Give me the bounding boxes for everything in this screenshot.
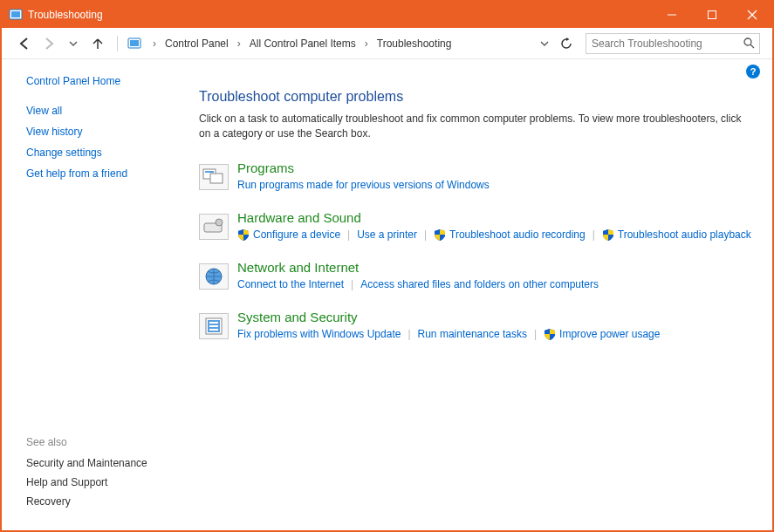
task-link-hardware-sound-2[interactable]: Troubleshoot audio recording [434,228,586,241]
sidebar-item-change-settings[interactable]: Change settings [26,147,176,159]
nav-forward-button[interactable] [38,33,59,54]
main-content: ? Troubleshoot computer problems Click o… [176,59,772,530]
svg-rect-7 [130,40,139,46]
chevron-right-icon[interactable]: › [363,36,370,51]
nav-recent-dropdown[interactable] [63,33,84,54]
svg-rect-20 [209,329,218,331]
control-panel-home-link[interactable]: Control Panel Home [26,75,176,87]
category-icon-programs [199,164,229,190]
chevron-right-icon[interactable]: › [151,36,158,51]
search-box[interactable] [586,33,760,54]
svg-rect-3 [709,11,716,19]
category-programs: Programs Run programs made for previous … [199,160,755,191]
task-link-label: Configure a device [253,228,340,241]
link-separator: | [534,328,537,340]
toolbar: › Control Panel › All Control Panel Item… [2,28,772,59]
toolbar-separator [117,36,118,51]
svg-rect-11 [210,174,223,183]
breadcrumb-troubleshooting[interactable]: Troubleshooting [373,36,455,51]
task-link-label: Improve power usage [559,328,660,340]
task-link-programs-0[interactable]: Run programs made for previous versions … [237,179,490,191]
control-panel-sysicon [9,8,23,22]
task-link-system-security-1[interactable]: Run maintenance tasks [418,328,527,340]
task-link-system-security-0[interactable]: Fix problems with Windows Update [237,328,401,340]
nav-up-button[interactable] [87,33,108,54]
task-link-hardware-sound-0[interactable]: Configure a device [237,228,340,241]
category-icon-hardware-sound [199,214,229,240]
see-also-recovery[interactable]: Recovery [26,495,176,508]
sidebar: Control Panel Home View all View history… [2,59,176,530]
link-separator: | [408,328,410,340]
category-title-network-internet[interactable]: Network and Internet [237,260,755,275]
window-title: Troubleshooting [28,9,103,21]
task-link-label: Troubleshoot audio playback [618,228,751,241]
refresh-button[interactable] [556,38,577,50]
see-also-security-maintenance[interactable]: Security and Maintenance [26,457,176,469]
category-system-security: System and Security Fix problems with Wi… [199,310,755,340]
task-link-system-security-2[interactable]: Improve power usage [544,328,660,340]
task-link-label: Run programs made for previous versions … [237,179,490,191]
page-intro: Click on a task to automatically trouble… [199,112,755,141]
help-icon[interactable]: ? [746,65,760,78]
sidebar-item-view-history[interactable]: View history [26,126,176,138]
search-input[interactable] [590,37,742,51]
task-link-label: Troubleshoot audio recording [449,228,586,241]
titlebar: Troubleshooting [2,2,772,28]
page-heading: Troubleshoot computer problems [199,89,755,105]
svg-line-9 [750,44,754,48]
task-link-hardware-sound-1[interactable]: Use a printer [357,228,417,241]
see-also-heading: See also [26,436,176,448]
search-icon[interactable] [742,38,756,49]
task-link-label: Use a printer [357,228,417,241]
breadcrumb-control-panel[interactable]: Control Panel [161,36,232,51]
close-button[interactable] [732,2,772,28]
minimize-button[interactable] [652,2,692,28]
address-icon[interactable] [127,36,144,51]
link-separator: | [424,228,427,241]
task-link-hardware-sound-3[interactable]: Troubleshoot audio playback [602,228,751,241]
sidebar-item-get-help[interactable]: Get help from a friend [26,167,176,180]
svg-point-14 [216,219,223,226]
task-link-network-internet-1[interactable]: Access shared files and folders on other… [360,278,599,290]
chevron-right-icon[interactable]: › [236,36,243,51]
link-separator: | [592,228,595,241]
address-dropdown-icon[interactable] [537,39,552,48]
task-link-label: Access shared files and folders on other… [360,278,599,290]
uac-shield-icon [434,228,446,241]
task-link-label: Connect to the Internet [237,278,344,290]
category-icon-system-security [199,313,229,339]
category-title-programs[interactable]: Programs [237,160,755,175]
see-also-help-support[interactable]: Help and Support [26,476,176,488]
task-link-network-internet-0[interactable]: Connect to the Internet [237,278,344,290]
task-link-label: Fix problems with Windows Update [237,328,401,340]
svg-rect-18 [209,322,218,324]
link-separator: | [351,278,353,290]
svg-rect-12 [205,171,214,173]
uac-shield-icon [237,228,250,241]
uac-shield-icon [602,228,614,241]
sidebar-item-view-all[interactable]: View all [26,105,176,117]
category-icon-network-internet [199,263,229,290]
svg-rect-1 [11,11,20,17]
svg-point-8 [744,38,751,45]
category-network-internet: Network and Internet Connect to the Inte… [199,260,755,290]
uac-shield-icon [544,328,556,340]
maximize-button[interactable] [692,2,732,28]
category-title-hardware-sound[interactable]: Hardware and Sound [237,210,755,225]
nav-back-button[interactable] [14,33,35,54]
link-separator: | [347,228,350,241]
svg-rect-19 [209,325,218,327]
category-title-system-security[interactable]: System and Security [237,310,755,324]
task-link-label: Run maintenance tasks [418,328,527,340]
category-hardware-sound: Hardware and Sound Configure a device|Us… [199,210,755,241]
breadcrumb-all-items[interactable]: All Control Panel Items [246,36,360,51]
